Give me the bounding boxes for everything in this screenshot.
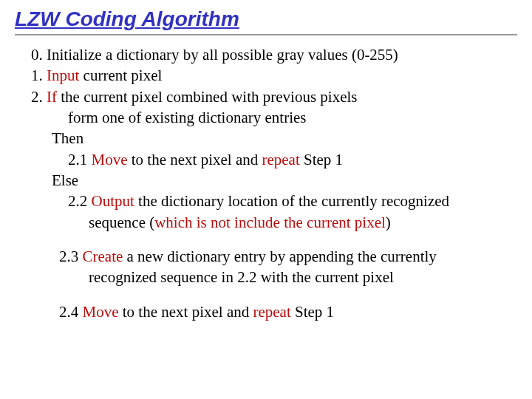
step-2: 2. If the current pixel combined with pr… [31,86,517,107]
step-2-2-cont-c: ) [386,214,391,231]
step-2-3-keyword: Create [83,248,123,265]
step-2-2-keyword: Output [92,192,134,210]
step-2-3-num: 2.3 [59,248,83,265]
step-2-3-text: a new dictionary entry by appending the … [123,248,437,265]
step-1-text: current pixel [79,66,162,84]
algorithm-content: 0. Initialize a dictionary by all possib… [15,44,517,322]
step-2-4: 2.4 Move to the next pixel and repeat St… [31,301,517,322]
step-2-2-cont: sequence (which is not include the curre… [31,212,517,233]
step-2-2-num: 2.2 [68,192,92,210]
step-2-1-end: Step 1 [300,151,343,168]
step-1-num: 1. [31,66,47,84]
step-2-1-num: 2.1 [68,151,92,168]
title-divider [15,34,517,35]
step-2-1-mid: to the next pixel and [128,151,262,168]
step-2-num: 2. [31,88,47,106]
slide-title: LZW Coding Algorithm [15,7,517,31]
step-2-4-mid: to the next pixel and [119,303,253,321]
then-label: Then [31,128,517,149]
step-2-3: 2.3 Create a new dictionary entry by app… [31,246,517,267]
step-0-prefix: 0. Initialize [31,46,106,64]
step-2-text: the current pixel combined with previous… [57,88,358,106]
step-2-4-num: 2.4 [59,303,83,321]
step-2-2: 2.2 Output the dictionary location of th… [31,191,517,211]
step-2-3-cont: recognized sequence in 2.2 with the curr… [31,267,517,287]
gap-2 [31,288,517,301]
step-2-2-cont-a: sequence ( [89,214,154,231]
slide: LZW Coding Algorithm 0. Initialize a dic… [0,0,532,337]
step-2-1: 2.1 Move to the next pixel and repeat St… [31,149,517,170]
else-label: Else [31,170,517,191]
step-1-keyword: Input [47,66,79,84]
step-2-1-repeat: repeat [262,151,299,168]
step-0: 0. Initialize a dictionary by all possib… [31,44,517,65]
step-2-2-text: the dictionary location of the currently… [134,192,449,210]
step-2-4-move: Move [83,303,119,321]
step-2-2-paren: which is not include the current pixel [154,214,386,231]
step-1: 1. Input current pixel [31,65,517,86]
step-2-4-end: Step 1 [291,303,334,321]
step-2-1-move: Move [92,151,128,168]
step-2-cont: form one of existing dictionary entries [31,107,517,128]
step-2-keyword: If [47,88,57,106]
step-0-text: a dictionary by all possible gray values… [106,46,398,64]
gap-1 [31,233,517,246]
step-2-4-repeat: repeat [253,303,290,321]
